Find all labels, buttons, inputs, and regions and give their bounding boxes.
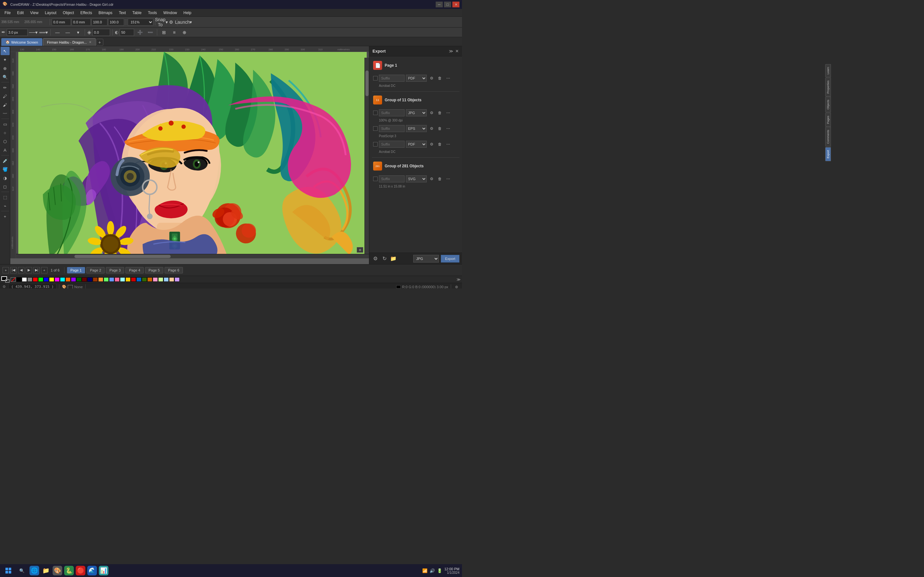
size-h-input[interactable]: [108, 19, 124, 26]
color-swatch[interactable]: [71, 277, 76, 282]
calligraphy-tool[interactable]: 🖌: [1, 101, 10, 109]
artwork-canvas[interactable]: [18, 52, 367, 258]
canvas-container[interactable]: 370 360 350 340 330 320 310 300 290 280 …: [10, 52, 369, 258]
page6-tab[interactable]: Page 6: [165, 267, 183, 274]
page2-tab[interactable]: Page 2: [86, 267, 105, 274]
color-swatch[interactable]: [87, 277, 92, 282]
color-swatch[interactable]: [60, 277, 65, 282]
group11-eps-checkbox[interactable]: [373, 126, 378, 131]
group281-svg-suffix-input[interactable]: [379, 175, 405, 182]
settings-button[interactable]: ⚙: [166, 18, 176, 26]
group11-jpg-format-select[interactable]: JPG PDF PNG EPS SVG: [406, 109, 427, 116]
offset-y-input[interactable]: [71, 19, 91, 26]
add-page-end-button[interactable]: +: [41, 267, 47, 274]
dash-btn2[interactable]: —: [63, 28, 72, 37]
select-tool[interactable]: ↖: [1, 47, 10, 55]
color-swatch[interactable]: [103, 277, 109, 282]
dash-btn[interactable]: —: [53, 28, 62, 37]
group11-pdf-settings-button[interactable]: ⚙: [428, 141, 435, 148]
group11-jpg-suffix-input[interactable]: [379, 109, 405, 116]
maximize-button[interactable]: □: [444, 2, 451, 7]
tab-active-document[interactable]: Firman Hatibu - Dragon... ✕: [43, 38, 95, 46]
stroke-size-input[interactable]: [7, 29, 27, 36]
color-swatch[interactable]: [27, 277, 32, 282]
group281-svg-format-select[interactable]: SVG PDF JPG PNG EPS: [406, 175, 427, 182]
color-swatch[interactable]: [120, 277, 125, 282]
menu-item-file[interactable]: File: [1, 9, 14, 16]
color-swatch[interactable]: [49, 277, 54, 282]
menu-item-table[interactable]: Table: [129, 9, 145, 16]
export-button[interactable]: Export: [441, 255, 459, 263]
add-node-btn[interactable]: ➕: [136, 28, 144, 37]
menu-item-text[interactable]: Text: [115, 9, 129, 16]
next-page-last-button[interactable]: ▶|: [33, 267, 40, 274]
vertical-scrollbar[interactable]: [365, 58, 369, 254]
opacity-input[interactable]: [120, 29, 134, 36]
color-swatch[interactable]: [33, 277, 38, 282]
menu-item-view[interactable]: View: [27, 9, 42, 16]
page1-pdf-delete-button[interactable]: 🗑: [436, 75, 443, 82]
expand-panel-button[interactable]: ≫: [449, 49, 453, 53]
page3-tab[interactable]: Page 3: [106, 267, 124, 274]
page1-pdf-settings-button[interactable]: ⚙: [428, 75, 435, 82]
group11-jpg-settings-button[interactable]: ⚙: [428, 109, 435, 116]
color-swatch[interactable]: [44, 277, 49, 282]
group11-eps-more-button[interactable]: ⋯: [445, 125, 452, 132]
color-swatch[interactable]: [76, 277, 81, 282]
group281-svg-delete-button[interactable]: 🗑: [436, 175, 443, 182]
export-refresh-icon[interactable]: ↻: [381, 255, 388, 262]
expand-status-button[interactable]: ⊕: [454, 285, 459, 289]
color-swatch[interactable]: [98, 277, 103, 282]
more-btn[interactable]: ⊕: [180, 28, 189, 37]
rectangle-tool[interactable]: ▭: [1, 120, 10, 128]
smear-tool[interactable]: 〰: [1, 109, 10, 118]
add-page-button[interactable]: +: [3, 267, 9, 274]
export-format-select[interactable]: JPG PDF PNG EPS SVG: [413, 255, 439, 263]
add-col-btn[interactable]: +: [1, 212, 10, 221]
menu-item-help[interactable]: Help: [180, 9, 195, 16]
text-tool[interactable]: A: [1, 146, 10, 154]
next-page-button[interactable]: ▶: [26, 267, 32, 274]
menu-item-tools[interactable]: Tools: [145, 9, 160, 16]
h-scroll-thumb[interactable]: [74, 255, 171, 258]
color-swatch[interactable]: [136, 277, 142, 282]
group11-pdf-checkbox[interactable]: [373, 142, 378, 147]
color-swatch[interactable]: [131, 277, 136, 282]
dash-btn3[interactable]: ▾: [73, 28, 82, 37]
size-w-input[interactable]: [91, 19, 107, 26]
color-swatch[interactable]: [147, 277, 152, 282]
page1-pdf-checkbox[interactable]: [373, 76, 378, 81]
pen-tool[interactable]: 🖊: [1, 92, 10, 100]
zoom-dropdown[interactable]: 151% 100% 75% 50%: [128, 19, 153, 26]
blend-tool[interactable]: ◑: [1, 174, 10, 182]
zoom-tool[interactable]: 🔍: [1, 73, 10, 81]
menu-item-window[interactable]: Window: [160, 9, 180, 16]
tab-welcome[interactable]: 🏠 Welcome Screen: [1, 38, 42, 46]
menu-item-bitmaps[interactable]: Bitmaps: [95, 9, 115, 16]
launch-button[interactable]: Launch ▾: [179, 18, 188, 26]
page1-pdf-more-button[interactable]: ⋯: [445, 75, 452, 82]
stroke-style-btn[interactable]: ══▾: [39, 28, 48, 37]
color-swatch[interactable]: [169, 277, 174, 282]
color-swatch[interactable]: [115, 277, 120, 282]
color-swatch[interactable]: [158, 277, 163, 282]
group11-jpg-more-button[interactable]: ⋯: [445, 109, 452, 116]
polygon-tool[interactable]: ⬡: [1, 137, 10, 145]
group11-pdf-suffix-input[interactable]: [379, 141, 405, 148]
color-swatch[interactable]: [55, 277, 60, 282]
current-stroke-indicator[interactable]: [5, 279, 10, 283]
node-tool[interactable]: ✦: [1, 55, 10, 64]
offset-x-input[interactable]: [52, 19, 71, 26]
group11-pdf-format-select[interactable]: PDF JPG PNG EPS SVG: [406, 141, 427, 148]
prev-page-button[interactable]: ◀: [18, 267, 24, 274]
freehand-tool[interactable]: ✏: [1, 83, 10, 92]
color-swatch[interactable]: [142, 277, 147, 282]
transparency-tool[interactable]: ◻: [1, 182, 10, 191]
fill-tool[interactable]: 🪣: [1, 165, 10, 173]
color-swatch[interactable]: [65, 277, 71, 282]
v-scroll-thumb[interactable]: [365, 71, 368, 96]
more-colors-button[interactable]: ≫: [457, 277, 461, 282]
menu-item-object[interactable]: Object: [60, 9, 78, 16]
subtract-btn[interactable]: ➖: [145, 28, 155, 37]
page1-pdf-suffix-input[interactable]: [379, 75, 405, 82]
